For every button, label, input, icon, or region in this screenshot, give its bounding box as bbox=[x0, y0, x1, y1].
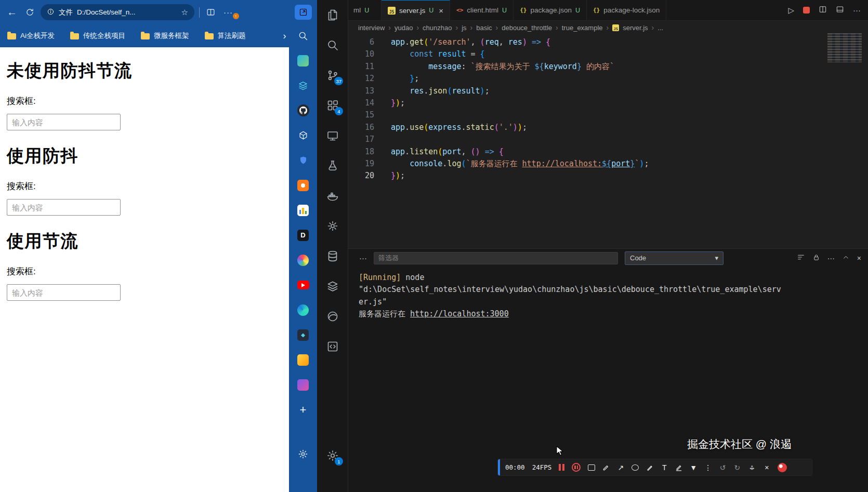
testing-flask-icon[interactable] bbox=[326, 159, 339, 172]
breadcrumb-item[interactable]: ... bbox=[657, 24, 663, 32]
shape-tool[interactable] bbox=[588, 464, 595, 471]
minimap[interactable] bbox=[827, 33, 862, 62]
tab-package-json[interactable]: {} package.json U bbox=[514, 0, 587, 20]
browser-menu-button[interactable]: ··· ↑ bbox=[221, 8, 235, 17]
shield-app-icon[interactable] bbox=[297, 154, 309, 166]
text-tool[interactable]: T bbox=[661, 463, 668, 472]
add-to-sidebar-button[interactable]: + bbox=[297, 404, 309, 416]
search-icon[interactable] bbox=[326, 38, 339, 51]
settings-gear-icon[interactable]: 1 bbox=[326, 449, 339, 462]
record-button[interactable] bbox=[572, 463, 581, 472]
breadcrumb-item[interactable]: basic bbox=[476, 24, 492, 32]
page-info-icon[interactable] bbox=[47, 8, 55, 17]
tab-server-js[interactable]: JS server.js U × bbox=[382, 0, 450, 20]
breadcrumb-item[interactable]: interview bbox=[358, 24, 385, 32]
maximize-panel-icon[interactable] bbox=[842, 254, 850, 263]
explorer-icon[interactable] bbox=[326, 8, 339, 21]
breadcrumb-item[interactable]: true_example bbox=[562, 24, 603, 32]
arrow-tool[interactable]: ↗ bbox=[617, 463, 624, 472]
tab-package-lock-json[interactable]: {} package-lock.json bbox=[587, 0, 666, 20]
panel-more-icon[interactable]: ··· bbox=[827, 254, 835, 262]
database-icon[interactable] bbox=[326, 249, 339, 262]
run-code-button[interactable]: ▷ bbox=[788, 6, 794, 15]
breadcrumb-item[interactable]: debouce_throttle bbox=[502, 24, 552, 32]
editor-more-icon[interactable]: ··· bbox=[853, 6, 861, 15]
sidebar-settings-icon[interactable] bbox=[297, 448, 309, 460]
recorder-app-logo[interactable] bbox=[778, 463, 787, 472]
channel-value: Code bbox=[630, 254, 646, 262]
breadcrumb-item[interactable]: chunzhao bbox=[423, 24, 452, 32]
source-control-icon[interactable]: 37 bbox=[326, 69, 339, 82]
tab-client-html[interactable]: <> client.html U bbox=[450, 0, 514, 20]
tab-clipped[interactable]: ml U bbox=[348, 0, 382, 20]
rainbow-app-icon[interactable] bbox=[297, 254, 309, 266]
chart-app-icon[interactable] bbox=[297, 204, 309, 216]
output-channel-select[interactable]: Code ▾ bbox=[625, 251, 724, 265]
sidebar-search-icon[interactable] bbox=[297, 30, 309, 42]
layers-icon[interactable] bbox=[326, 280, 339, 292]
refresh-button[interactable] bbox=[23, 8, 36, 17]
pencil-tool[interactable] bbox=[646, 464, 653, 471]
remote-explorer-icon[interactable] bbox=[326, 129, 339, 142]
bookmark-folder[interactable]: Ai全栈开发 bbox=[7, 31, 55, 41]
more-dots-icon: ··· bbox=[223, 8, 233, 17]
nebula-app-icon[interactable] bbox=[297, 379, 309, 391]
address-bar[interactable]: 文件 D:/DocSet/self_n... ☆ bbox=[41, 4, 194, 20]
undo-icon[interactable]: ↺ bbox=[719, 463, 726, 472]
breadcrumb-item[interactable]: js bbox=[462, 24, 466, 32]
youtube-icon[interactable] bbox=[297, 279, 309, 291]
marker-tool[interactable] bbox=[675, 464, 682, 471]
tools-more-icon[interactable]: ⋮ bbox=[704, 463, 712, 472]
output-content[interactable]: [Running] node "d:\DocSet\self_notes\int… bbox=[348, 267, 868, 321]
layers-app-icon[interactable] bbox=[297, 79, 309, 91]
gold-app-icon[interactable] bbox=[297, 354, 309, 366]
url-text[interactable]: D:/DocSet/self_n... bbox=[77, 8, 177, 16]
move-toolbar-handle[interactable]: ↔↕ bbox=[748, 463, 756, 472]
bookmarks-overflow-chevron[interactable]: › bbox=[283, 31, 286, 42]
code-editor[interactable]: 6app.get('/search', (req, res) => { 10 c… bbox=[348, 34, 868, 248]
dark-app-icon[interactable]: ◆ bbox=[297, 329, 309, 341]
line-number: 12 bbox=[348, 73, 374, 85]
favorite-star-icon[interactable]: ☆ bbox=[181, 8, 188, 17]
output-line: er.js" bbox=[359, 296, 816, 308]
bookmark-folder[interactable]: 传统全栈项目 bbox=[70, 31, 125, 41]
github-app-icon[interactable] bbox=[297, 104, 309, 116]
search-input[interactable] bbox=[7, 114, 121, 130]
chevron-right-icon: › bbox=[607, 23, 609, 32]
orange-app-icon[interactable] bbox=[297, 179, 309, 191]
filter-tool[interactable]: ▼ bbox=[690, 463, 697, 472]
back-button[interactable]: ← bbox=[5, 6, 19, 18]
close-recorder-icon[interactable]: × bbox=[763, 463, 770, 472]
breadcrumb-item[interactable]: yudao bbox=[394, 24, 413, 32]
panel-menu-icon[interactable]: ··· bbox=[359, 254, 367, 262]
edge-tools-icon[interactable] bbox=[326, 310, 339, 323]
breadcrumb-file[interactable]: server.js bbox=[623, 24, 648, 32]
bookmark-folder[interactable]: 算法刷题 bbox=[205, 31, 246, 41]
close-tab-icon[interactable]: × bbox=[439, 6, 443, 15]
d-app-icon[interactable]: D bbox=[297, 229, 309, 241]
stop-run-button[interactable] bbox=[803, 7, 810, 14]
kubernetes-icon[interactable] bbox=[326, 219, 339, 232]
output-lines-icon[interactable] bbox=[797, 253, 805, 263]
api-client-icon[interactable] bbox=[326, 340, 339, 353]
pause-button[interactable] bbox=[559, 464, 564, 471]
bookmark-folder[interactable]: 微服务框架 bbox=[141, 31, 189, 41]
layout-panel-icon[interactable] bbox=[836, 5, 844, 15]
extensions-icon[interactable]: 4 bbox=[326, 99, 339, 112]
search-input[interactable] bbox=[7, 199, 121, 216]
split-editor-icon[interactable] bbox=[819, 5, 827, 15]
ellipse-tool[interactable] bbox=[632, 464, 639, 471]
redo-icon[interactable]: ↻ bbox=[733, 463, 741, 472]
output-filter-input[interactable] bbox=[374, 252, 618, 264]
lock-autoscroll-icon[interactable] bbox=[812, 254, 820, 263]
package-app-icon[interactable] bbox=[297, 129, 309, 141]
recording-toolbar[interactable]: 00:00 24FPS ↗ T ▼ ⋮ ↺ ↻ ↔↕ × bbox=[498, 459, 812, 475]
search-input[interactable] bbox=[7, 284, 121, 301]
pen-tool[interactable] bbox=[602, 464, 610, 471]
split-screen-button[interactable] bbox=[204, 8, 217, 17]
image-app-icon[interactable] bbox=[297, 55, 309, 67]
docker-icon[interactable] bbox=[326, 189, 339, 202]
edge-app-icon[interactable] bbox=[297, 304, 309, 316]
close-panel-icon[interactable]: × bbox=[857, 254, 861, 262]
open-in-sidebar-button[interactable] bbox=[295, 5, 312, 20]
